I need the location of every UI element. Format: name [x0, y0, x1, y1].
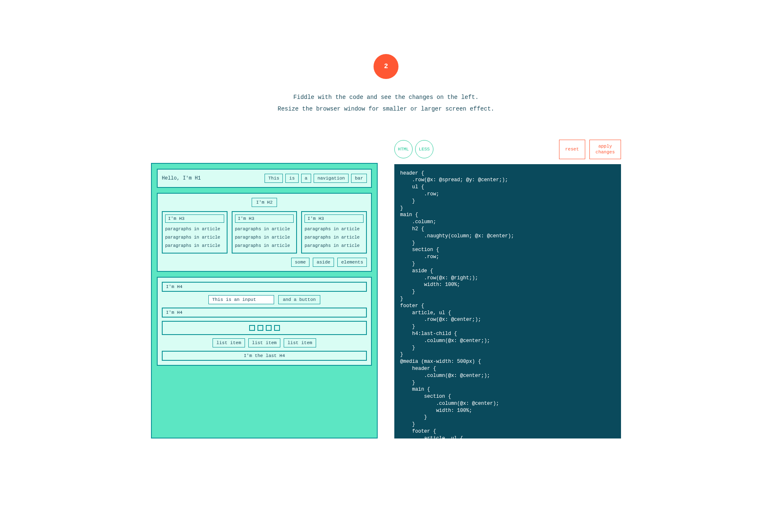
preview-article: I'm H3 paragraphs in article paragraphs … — [301, 211, 367, 254]
code-editor[interactable]: header { .row(@x: @spread; @y: @center;)… — [394, 164, 621, 438]
preview-p: paragraphs in article — [165, 234, 224, 242]
action-buttons: reset apply changes — [559, 140, 621, 159]
nav-item[interactable]: This — [265, 174, 283, 183]
preview-h4: I'm H4 — [162, 308, 367, 318]
preview-h3: I'm H3 — [304, 214, 364, 223]
preview-p: paragraphs in article — [304, 225, 364, 234]
nav-item[interactable]: is — [285, 174, 298, 183]
preview-h4-last: I'm the last H4 — [162, 351, 367, 361]
aside-item: elements — [337, 258, 367, 267]
preview-section: I'm H3 paragraphs in article paragraphs … — [162, 211, 367, 254]
instruction-line-2: Resize the browser window for smaller or… — [0, 103, 772, 115]
preview-header: Hello, I'm H1 This is a navigation bar — [157, 169, 372, 188]
preview-p: paragraphs in article — [304, 242, 364, 250]
preview-panel: Hello, I'm H1 This is a navigation bar I… — [151, 163, 378, 438]
nav-item[interactable]: a — [301, 174, 312, 183]
preview-h2: I'm H2 — [252, 198, 277, 207]
preview-input[interactable] — [208, 295, 274, 304]
preview-button[interactable]: and a button — [278, 295, 320, 304]
tabs: HTML LESS — [394, 140, 433, 158]
list-item: list item — [284, 338, 316, 347]
step-number: 2 — [384, 63, 388, 70]
preview-aside: some aside elements — [162, 258, 367, 267]
preview-p: paragraphs in article — [235, 234, 294, 242]
placeholder-icon — [266, 325, 272, 331]
list-item: list item — [213, 338, 245, 347]
preview-h1: Hello, I'm H1 — [162, 175, 201, 181]
nav-item[interactable]: navigation — [314, 174, 349, 183]
nav-item[interactable]: bar — [351, 174, 367, 183]
tab-row: HTML LESS reset apply changes — [394, 140, 621, 159]
preview-nav: This is a navigation bar — [265, 174, 367, 183]
aside-item: some — [291, 258, 309, 267]
placeholder-icon — [274, 325, 280, 331]
apply-changes-button[interactable]: apply changes — [589, 140, 621, 159]
tab-html[interactable]: HTML — [394, 140, 413, 158]
placeholder-icon — [257, 325, 263, 331]
preview-footer: I'm H4 and a button I'm H4 list item lis… — [157, 277, 372, 366]
preview-p: paragraphs in article — [165, 225, 224, 234]
step-badge: 2 — [374, 54, 398, 79]
code-panel: HTML LESS reset apply changes header { .… — [394, 140, 621, 438]
preview-list: list item list item list item — [162, 338, 367, 347]
placeholder-icon — [249, 325, 255, 331]
preview-img-row — [162, 321, 367, 335]
preview-p: paragraphs in article — [165, 242, 224, 250]
instruction-line-1: Fiddle with the code and see the changes… — [0, 91, 772, 103]
preview-h3: I'm H3 — [165, 214, 224, 223]
preview-article: I'm H3 paragraphs in article paragraphs … — [232, 211, 297, 254]
preview-article: I'm H3 paragraphs in article paragraphs … — [162, 211, 228, 254]
preview-p: paragraphs in article — [304, 234, 364, 242]
main-area: Hello, I'm H1 This is a navigation bar I… — [0, 140, 772, 438]
preview-p: paragraphs in article — [235, 225, 294, 234]
list-item: list item — [248, 338, 280, 347]
preview-main: I'm H2 I'm H3 paragraphs in article para… — [157, 193, 372, 272]
aside-item: aside — [313, 258, 334, 267]
preview-h4: I'm H4 — [162, 282, 367, 292]
instructions: Fiddle with the code and see the changes… — [0, 91, 772, 115]
tab-less[interactable]: LESS — [415, 140, 433, 158]
preview-h3: I'm H3 — [235, 214, 294, 223]
reset-button[interactable]: reset — [559, 140, 585, 159]
preview-p: paragraphs in article — [235, 242, 294, 250]
